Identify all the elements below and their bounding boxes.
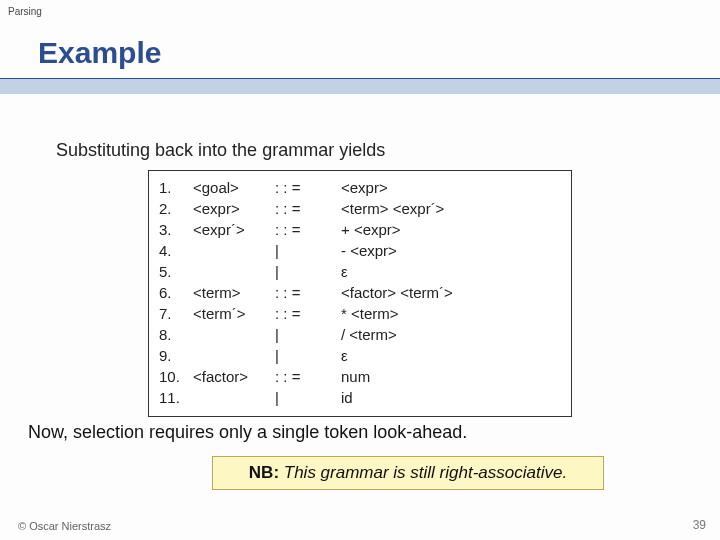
callout-text: This grammar is still right-associative. <box>279 463 567 482</box>
grammar-box: 1.<goal>: : =<expr>2.<expr>: : =<term> <… <box>148 170 572 417</box>
rule-number: 5. <box>159 261 193 282</box>
grammar-row: 6.<term>: : =<factor> <term´> <box>159 282 561 303</box>
rule-number: 8. <box>159 324 193 345</box>
rule-lhs <box>193 261 275 282</box>
callout-nb: NB: <box>249 463 279 482</box>
grammar-row: 9.|ε <box>159 345 561 366</box>
rule-rhs: - <expr> <box>341 240 561 261</box>
rule-number: 1. <box>159 177 193 198</box>
rule-lhs <box>193 324 275 345</box>
rule-lhs: <expr´> <box>193 219 275 240</box>
rule-lhs: <expr> <box>193 198 275 219</box>
copyright: © Oscar Nierstrasz <box>18 520 111 532</box>
rule-op: | <box>275 345 341 366</box>
rule-rhs: id <box>341 387 561 408</box>
rule-lhs <box>193 387 275 408</box>
rule-op: : : = <box>275 282 341 303</box>
rule-op: | <box>275 387 341 408</box>
lead-text: Substituting back into the grammar yield… <box>56 140 385 161</box>
rule-op: | <box>275 324 341 345</box>
rule-rhs: <term> <expr´> <box>341 198 561 219</box>
rule-rhs: <expr> <box>341 177 561 198</box>
rule-rhs: + <expr> <box>341 219 561 240</box>
rule-number: 10. <box>159 366 193 387</box>
topic-label: Parsing <box>8 6 42 17</box>
rule-lhs <box>193 345 275 366</box>
page-number: 39 <box>693 518 706 532</box>
grammar-row: 7.<term´>: : =* <term> <box>159 303 561 324</box>
rule-number: 7. <box>159 303 193 324</box>
rule-op: | <box>275 240 341 261</box>
rule-lhs: <goal> <box>193 177 275 198</box>
callout-box: NB: This grammar is still right-associat… <box>212 456 604 490</box>
rule-lhs <box>193 240 275 261</box>
rule-rhs: ε <box>341 345 561 366</box>
rule-op: : : = <box>275 366 341 387</box>
rule-op: : : = <box>275 198 341 219</box>
rule-number: 9. <box>159 345 193 366</box>
rule-rhs: / <term> <box>341 324 561 345</box>
title-underline <box>0 78 720 94</box>
rule-number: 11. <box>159 387 193 408</box>
rule-lhs: <factor> <box>193 366 275 387</box>
rule-rhs: * <term> <box>341 303 561 324</box>
grammar-row: 2.<expr>: : =<term> <expr´> <box>159 198 561 219</box>
rule-op: : : = <box>275 219 341 240</box>
rule-lhs: <term´> <box>193 303 275 324</box>
rule-lhs: <term> <box>193 282 275 303</box>
rule-rhs: num <box>341 366 561 387</box>
rule-number: 6. <box>159 282 193 303</box>
grammar-row: 5.|ε <box>159 261 561 282</box>
grammar-row: 8.|/ <term> <box>159 324 561 345</box>
slide-title: Example <box>38 36 161 70</box>
grammar-row: 11.|id <box>159 387 561 408</box>
rule-op: : : = <box>275 177 341 198</box>
rule-op: : : = <box>275 303 341 324</box>
rule-number: 4. <box>159 240 193 261</box>
grammar-row: 3.<expr´>: : =+ <expr> <box>159 219 561 240</box>
grammar-row: 4.|- <expr> <box>159 240 561 261</box>
rule-number: 2. <box>159 198 193 219</box>
rule-rhs: <factor> <term´> <box>341 282 561 303</box>
grammar-row: 10.<factor>: : =num <box>159 366 561 387</box>
conclusion-text: Now, selection requires only a single to… <box>28 422 467 443</box>
grammar-row: 1.<goal>: : =<expr> <box>159 177 561 198</box>
rule-rhs: ε <box>341 261 561 282</box>
rule-op: | <box>275 261 341 282</box>
rule-number: 3. <box>159 219 193 240</box>
